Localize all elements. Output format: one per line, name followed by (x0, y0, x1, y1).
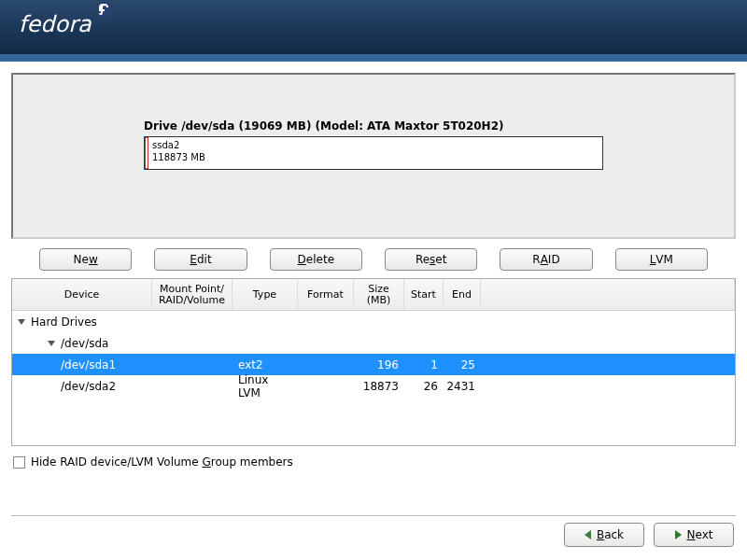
table-row[interactable]: Hard Drives (12, 311, 735, 332)
hide-raid-label: Hide RAID device/LVM Volume Group member… (31, 455, 293, 469)
cell-end: 25 (444, 358, 481, 371)
reset-button[interactable]: Reset (385, 248, 477, 271)
main-content: Drive /dev/sda (19069 MB) (Model: ATA Ma… (0, 62, 747, 489)
drive-visualization-panel: Drive /dev/sda (19069 MB) (Model: ATA Ma… (11, 73, 736, 239)
edit-button[interactable]: Edit (154, 248, 247, 271)
table-row[interactable]: /dev/sda (12, 332, 735, 354)
partition-segment-sda2[interactable]: ssda2 118873 MB (148, 137, 602, 169)
expand-icon[interactable] (18, 319, 25, 325)
nav-button-row: Back Next (564, 523, 734, 547)
col-end[interactable]: End (444, 279, 481, 310)
next-label: Next (687, 528, 713, 541)
cell-size: 18873 (354, 380, 404, 393)
app-header: fedora (0, 0, 747, 54)
next-button[interactable]: Next (654, 523, 734, 547)
hide-raid-checkbox-row: Hide RAID device/LVM Volume Group member… (13, 455, 734, 469)
table-header-row: Device Mount Point/ RAID/Volume Type For… (12, 279, 735, 311)
col-type[interactable]: Type (233, 279, 298, 310)
cell-size: 196 (354, 358, 404, 371)
col-spacer (481, 279, 735, 310)
delete-button[interactable]: Delete (270, 248, 362, 271)
back-button[interactable]: Back (564, 523, 644, 547)
cell-type: ext2 (233, 358, 298, 371)
back-label: Back (597, 528, 624, 541)
col-start[interactable]: Start (404, 279, 444, 310)
cell-start: 26 (404, 380, 444, 393)
cell-type: Linux LVM (233, 373, 298, 399)
cell-device: /dev/sda2 (12, 380, 152, 393)
col-device[interactable]: Device (12, 279, 152, 310)
partition-table: Device Mount Point/ RAID/Volume Type For… (11, 278, 736, 446)
hide-raid-checkbox[interactable] (13, 456, 25, 469)
col-size[interactable]: Size (MB) (354, 279, 404, 310)
row-label: Hard Drives (31, 315, 97, 329)
drive-partition-bar[interactable]: ssda2 118873 MB (144, 136, 603, 170)
banner-strip (0, 54, 747, 62)
fedora-logo: fedora (19, 11, 92, 37)
expand-icon[interactable] (48, 341, 55, 346)
footer-separator (11, 515, 736, 517)
segment-label-size: 118873 MB (152, 151, 599, 163)
table-row[interactable]: /dev/sda1 ext2 196 1 25 (12, 354, 735, 375)
fedora-mark-icon (95, 0, 114, 19)
table-row[interactable]: /dev/sda2 Linux LVM 18873 26 2431 (12, 375, 735, 397)
segment-label-name: ssda2 (152, 139, 599, 151)
arrow-left-icon (585, 530, 591, 539)
cell-end: 2431 (444, 380, 481, 393)
raid-button[interactable]: RAID (500, 248, 592, 271)
lvm-button[interactable]: LVM (615, 248, 708, 271)
col-format[interactable]: Format (298, 279, 354, 310)
row-label: /dev/sda (61, 337, 108, 350)
cell-start: 1 (404, 358, 444, 371)
drive-title: Drive /dev/sda (19069 MB) (Model: ATA Ma… (144, 119, 603, 133)
action-button-row: New Edit Delete Reset RAID LVM (39, 248, 708, 271)
new-button[interactable]: New (39, 248, 132, 271)
arrow-right-icon (675, 530, 682, 539)
col-mountpoint[interactable]: Mount Point/ RAID/Volume (152, 279, 233, 310)
cell-device: /dev/sda1 (12, 358, 152, 371)
